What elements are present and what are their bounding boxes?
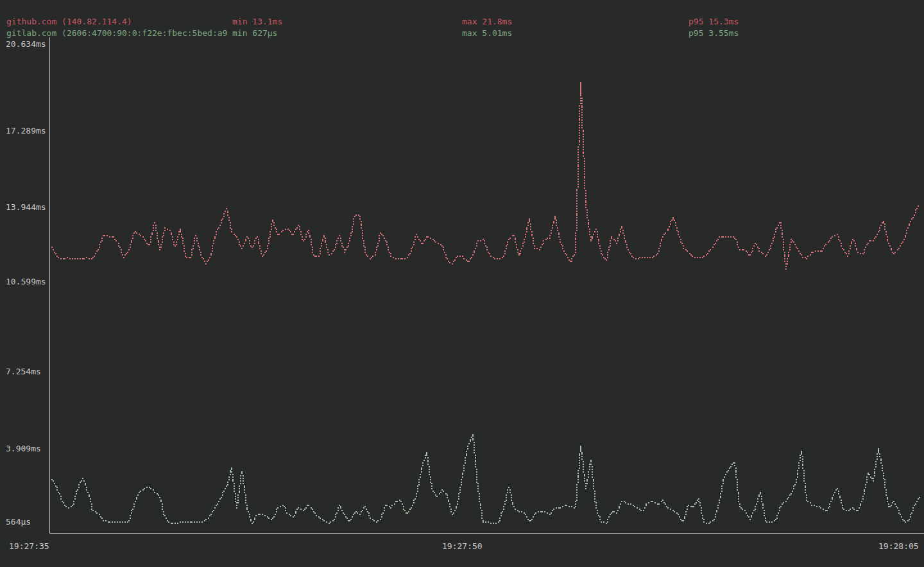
latency-chart-canvas xyxy=(0,0,924,567)
gping-terminal-screen: github.com (140.82.114.4) min 13.1ms max… xyxy=(0,0,924,567)
